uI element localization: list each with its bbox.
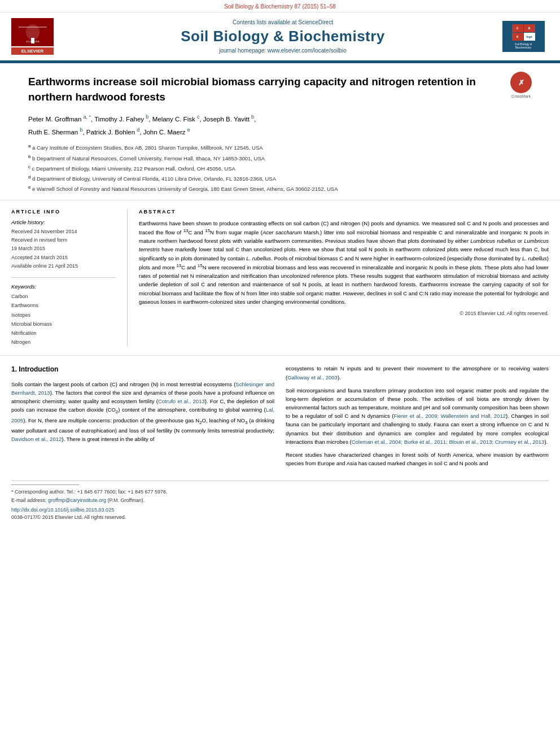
journal-header-center: Contents lists available at ScienceDirec… — [68, 19, 498, 54]
affiliation-b: b b Department of Natural Resources, Cor… — [28, 153, 532, 163]
footnote-contact: * Corresponding author. Tel.: +1 845 677… — [11, 488, 549, 496]
keywords-label: Keywords: — [11, 283, 116, 290]
doi-line: http://dx.doi.org/10.1016/j.soilbio.2015… — [11, 507, 549, 513]
footnote-email: E-mail address: groffmp@caryinstitute.or… — [11, 496, 549, 504]
contents-available: Contents lists available at ScienceDirec… — [68, 19, 498, 25]
article-title: Earthworms increase soil microbial bioma… — [28, 75, 505, 104]
authors-line: Peter M. Groffman a, *, Timothy J. Fahey… — [28, 112, 532, 138]
intro-section-title: 1. Introduction — [11, 364, 274, 375]
footnote-text: * Corresponding author. Tel.: +1 845 677… — [11, 488, 549, 504]
keyword-nitrogen: Nitrogen — [11, 338, 116, 347]
keyword-microbial: Microbial biomass — [11, 320, 116, 329]
affiliation-e: e e Warnell School of Forestry and Natur… — [28, 184, 532, 194]
main-content-area: ARTICLE INFO Article history: Received 2… — [0, 200, 560, 356]
journal-citation: Soil Biology & Biochemistry 87 (2015) 51… — [0, 0, 560, 12]
abstract-paragraph: Earthworms have been shown to produce co… — [139, 219, 549, 306]
body-right-col: ecosystems to retain N inputs and to pre… — [286, 364, 549, 472]
journal-logo-area: S B B logo Soil Biology &Biochemistry — [498, 21, 549, 52]
affiliation-d: d d Department of Biology, University of… — [28, 173, 532, 184]
elsevier-logo-area: ELSEVIER ELSEVIER — [11, 18, 68, 55]
abstract-header: ABSTRACT — [139, 209, 549, 215]
journal-header: ELSEVIER ELSEVIER Contents lists availab… — [0, 12, 560, 62]
revised-date: 19 March 2015 — [11, 244, 116, 253]
journal-title: Soil Biology & Biochemistry — [68, 28, 498, 45]
affiliation-a: a a Cary Institute of Ecosystem Studies,… — [28, 142, 532, 152]
svg-text:ELSEVIER: ELSEVIER — [26, 40, 40, 43]
crossmark-area: ✗ CrossMark — [510, 72, 532, 98]
affiliation-c: c c Department of Biology, Miami Univers… — [28, 163, 532, 173]
crossmark-label: CrossMark — [510, 94, 532, 98]
right-para-1: ecosystems to retain N inputs and to pre… — [286, 364, 549, 381]
body-left-col: 1. Introduction Soils contain the larges… — [11, 364, 274, 472]
keyword-earthworms: Earthworms — [11, 301, 116, 310]
homepage-line: journal homepage: www.elsevier.com/locat… — [68, 47, 498, 54]
available-date: Available online 21 April 2015 — [11, 262, 116, 270]
affiliations: a a Cary Institute of Ecosystem Studies,… — [28, 142, 532, 194]
keyword-nitrification: Nitrification — [11, 329, 116, 338]
body-columns: 1. Introduction Soils contain the larges… — [11, 364, 549, 472]
right-para-2: Soil microorganisms and fauna transform … — [286, 386, 549, 446]
footer-area: * Corresponding author. Tel.: +1 845 677… — [11, 480, 549, 520]
received-date: Received 24 November 2014 — [11, 228, 116, 236]
intro-para-1: Soils contain the largest pools of carbo… — [11, 380, 274, 444]
keyword-isotopes: Isotopes — [11, 311, 116, 320]
keyword-carbon: Carbon — [11, 292, 116, 301]
issn-line: 0038-0717/© 2015 Elsevier Ltd. All right… — [11, 514, 549, 520]
accepted-date: Accepted 24 March 2015 — [11, 254, 116, 262]
article-info-panel: ARTICLE INFO Article history: Received 2… — [11, 209, 116, 347]
revised-label: Received in revised form — [11, 236, 116, 244]
vertical-separator — [127, 209, 128, 347]
svg-rect-2 — [19, 27, 47, 28]
article-info-header: ARTICLE INFO — [11, 209, 116, 215]
citation-text: Soil Biology & Biochemistry 87 (2015) 51… — [224, 3, 336, 10]
body-content: 1. Introduction Soils contain the larges… — [0, 356, 560, 480]
copyright-line: © 2015 Elsevier Ltd. All rights reserved… — [139, 311, 549, 316]
article-title-section: Earthworms increase soil microbial bioma… — [0, 63, 560, 200]
article-history: Article history: Received 24 November 20… — [11, 219, 116, 270]
info-divider — [11, 277, 116, 278]
right-para-3: Recent studies have characterized change… — [286, 451, 549, 468]
abstract-text: Earthworms have been shown to produce co… — [139, 219, 549, 306]
history-label: Article history: — [11, 219, 116, 225]
crossmark-icon: ✗ — [510, 72, 532, 93]
keywords-section: Keywords: Carbon Earthworms Isotopes Mic… — [11, 283, 116, 347]
footnote-divider — [11, 484, 79, 485]
abstract-section: ABSTRACT Earthworms have been shown to p… — [139, 209, 549, 347]
